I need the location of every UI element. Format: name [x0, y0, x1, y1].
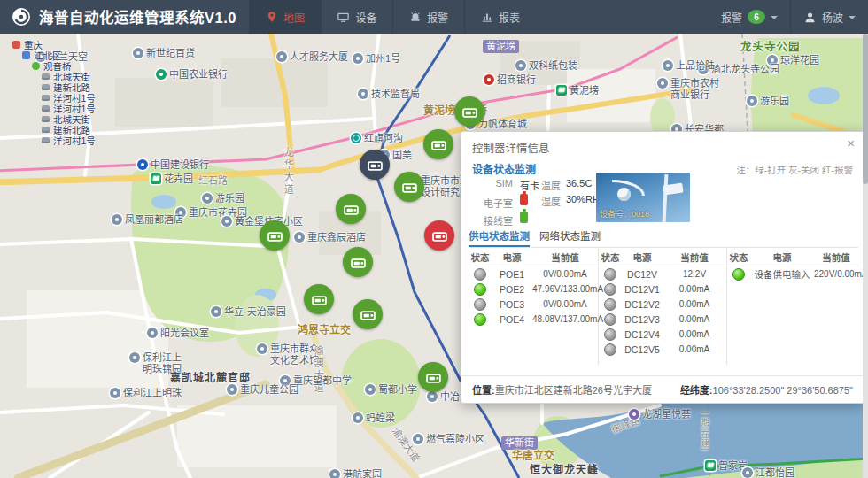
power-name: POE1 — [492, 269, 532, 280]
map-label: 游乐园 — [202, 193, 244, 204]
map-poi-icon — [657, 78, 668, 89]
device-marker[interactable] — [353, 299, 383, 329]
map-label: 曾家岩 — [705, 460, 748, 472]
map-label: 龙湖星悦荟 — [629, 409, 691, 420]
map-pin-icon — [266, 11, 278, 23]
power-name: DC12V3 — [622, 314, 663, 325]
camera-pole — [663, 174, 669, 222]
map-label: 渝澳大道 — [312, 345, 323, 395]
map-label: 燃气嘉陵小区 — [413, 434, 484, 445]
tab-power-status[interactable]: 供电状态监测 — [469, 228, 530, 247]
status-dot — [474, 298, 486, 311]
tree-node-icon — [22, 51, 30, 59]
map-label: 上品拾陆 — [663, 60, 715, 72]
map-label: 双科纸包装 — [515, 60, 577, 72]
nav-item-report[interactable]: 报表 — [464, 0, 536, 34]
nav-item-map[interactable]: 地图 — [249, 0, 321, 34]
device-marker[interactable] — [424, 220, 454, 251]
tree-node-icon — [42, 127, 50, 133]
user-menu[interactable]: 杨波 — [790, 0, 868, 34]
region-tree: 重庆 江北区 观音桥 北城天街 建新北路 洋河村1号 洋河村1号 北城天街 建新… — [12, 39, 96, 146]
map-poi-icon — [353, 53, 363, 64]
map-label: 技术监督局 — [358, 89, 420, 100]
tree-node-icon — [42, 95, 50, 101]
device-marker[interactable] — [343, 247, 373, 277]
power-value: 0.00mA — [663, 314, 726, 324]
table-header: 状态 电源 当前值 — [599, 248, 726, 266]
dome-camera-icon — [617, 188, 631, 201]
sim-value: 有卡 — [520, 178, 539, 192]
table-row: DC12V1 0.00mA — [599, 281, 726, 297]
chevron-down-icon — [849, 16, 856, 19]
temperature-value: 36.5C — [566, 178, 592, 189]
device-marker[interactable] — [454, 96, 484, 127]
location-text: 位置:重庆市江北区建新北路26号光宇大厦 — [472, 382, 652, 397]
device-marker[interactable] — [304, 284, 334, 314]
device-marker[interactable] — [423, 129, 453, 159]
map-poi-icon — [329, 469, 340, 478]
map-poi-icon — [156, 69, 167, 80]
nav-item-device[interactable]: 设备 — [321, 0, 392, 34]
map-label: 凤凰丽都酒店 — [112, 214, 183, 226]
table-row: POE1 0V/0.00mA — [469, 266, 598, 281]
electronic-room-status-icon — [520, 194, 528, 205]
scrollbar-thumb[interactable] — [863, 34, 868, 184]
tree-node[interactable]: 洋河村1号 — [12, 135, 96, 145]
vertical-scrollbar[interactable] — [863, 34, 868, 478]
map-label: 蜀都小学 — [365, 384, 417, 396]
map-label: 嘉凯城北麓官邸 — [170, 372, 251, 384]
map-label: 加州1号 — [353, 53, 400, 65]
device-marker[interactable] — [260, 220, 290, 251]
humidity-value: 30%RH — [566, 194, 600, 204]
map-label: 恒大御龙天峰 — [530, 464, 599, 476]
device-icon — [337, 11, 350, 24]
app-logo-icon — [11, 6, 32, 27]
map-poi-icon — [110, 388, 120, 398]
nav-label: 报警 — [427, 10, 448, 25]
device-marker[interactable] — [360, 150, 390, 180]
map-poi-icon — [129, 352, 140, 363]
map-poi-icon — [353, 412, 363, 423]
controller-icon — [461, 103, 479, 121]
wiring-room-status-icon — [520, 212, 528, 223]
nav-item-alarm[interactable]: 报警 — [392, 0, 464, 34]
map-label: 重庆市农村 商业银行 — [657, 78, 719, 101]
map-label: 蚂蝗梁 — [353, 412, 395, 424]
device-marker[interactable] — [418, 362, 448, 392]
map-poi-icon — [137, 159, 148, 170]
map-poi-icon — [202, 193, 213, 204]
map-poi-icon — [515, 60, 526, 71]
table-header: 状态 电源 当前值 — [727, 248, 858, 266]
map-label: 华唐立交 — [512, 450, 554, 462]
bar-report-icon — [481, 11, 493, 23]
user-icon — [803, 11, 817, 24]
tree-node-icon — [42, 84, 50, 90]
humidity-label: 湿度 — [538, 194, 561, 208]
tree-node-icon — [42, 105, 50, 112]
map-label: 黄泥塝 — [556, 85, 599, 96]
top-bar: 海普自动化运维管理系统V1.0 地图 设备 报警 报表 报警 6 杨波 — [0, 0, 868, 34]
map-poi-icon — [151, 173, 161, 184]
map-label: 重庆鑫辰酒店 — [294, 232, 366, 243]
device-marker[interactable] — [336, 194, 366, 224]
table-row: 设备供电输入 220V/0.00mA — [727, 266, 858, 281]
device-marker[interactable] — [394, 172, 424, 202]
map-poi-icon — [221, 216, 232, 227]
map-label: 港航家园 — [329, 469, 382, 478]
map-label: 黄泥塝 — [483, 40, 519, 53]
status-dot — [474, 283, 486, 296]
power-name: POE4 — [492, 314, 532, 325]
tree-node-icon — [42, 137, 50, 143]
map-label: 中国建设银行 — [137, 159, 209, 171]
chevron-down-icon — [771, 16, 778, 19]
alarm-dropdown[interactable]: 报警 6 — [709, 0, 790, 34]
map-label: 游乐园 — [747, 96, 789, 107]
tree-node-icon — [42, 73, 50, 80]
camera-caption: 设备号：0018 — [600, 208, 649, 220]
close-icon[interactable]: × — [847, 136, 855, 150]
tab-network-status[interactable]: 网络状态监测 — [539, 228, 601, 245]
legend-note: 注：绿-打开 灰-关闭 红-报警 — [736, 163, 853, 176]
brand: 海普自动化运维管理系统V1.0 — [0, 0, 249, 34]
table-row: DC12V5 0.00mA — [599, 342, 726, 357]
status-tables: 状态 电源 当前值 POE1 0V/0.00mA POE2 47.96V/133… — [469, 247, 858, 365]
